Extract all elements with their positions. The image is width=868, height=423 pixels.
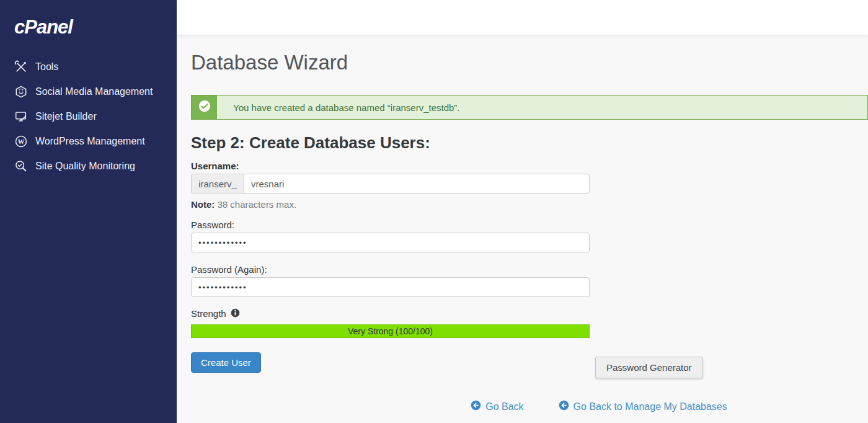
password-again-label: Password (Again): (191, 263, 590, 277)
username-label: Username: (191, 159, 590, 173)
content-area: Database Wizard You have created a datab… (177, 35, 868, 423)
username-input[interactable] (244, 174, 590, 194)
go-back-manage-databases-link[interactable]: Go Back to Manage My Databases (559, 400, 727, 413)
username-input-group: iranserv_ (191, 174, 590, 194)
sidebar-item-site-quality-monitoring[interactable]: Site Quality Monitoring (0, 154, 177, 179)
footer-links: Go Back Go Back to Manage My Databases (260, 400, 868, 413)
create-user-form: Username: iranserv_ Note: 38 characters … (191, 159, 590, 373)
sidebar-item-label: Tools (35, 60, 58, 74)
tools-icon (14, 60, 28, 74)
sidebar-item-label: Sitejet Builder (35, 109, 97, 124)
create-user-button[interactable]: Create User (191, 352, 261, 373)
arrow-circle-left-icon (559, 400, 569, 413)
sidebar-item-label: Social Media Management (35, 84, 153, 99)
wordpress-icon: W (14, 135, 28, 148)
strength-bar-text: Very Strong (100/100) (348, 326, 433, 336)
check-circle-icon (198, 99, 211, 115)
info-icon[interactable] (231, 308, 240, 320)
sidebar-item-tools[interactable]: Tools (0, 55, 177, 79)
step-heading: Step 2: Create Database Users: (191, 131, 868, 154)
password-strength-bar: Very Strong (100/100) (191, 324, 590, 338)
go-back-label: Go Back (485, 401, 523, 412)
go-back-link[interactable]: Go Back (471, 400, 523, 413)
top-bar (177, 0, 868, 35)
arrow-circle-left-icon (471, 400, 481, 413)
svg-text:W: W (18, 138, 25, 145)
note-label: Note: (191, 199, 215, 210)
sitejet-builder-icon (14, 110, 28, 123)
sidebar-item-social-media-management[interactable]: Social Media Management (0, 79, 177, 104)
sidebar-item-wordpress-management[interactable]: W WordPress Management (0, 129, 177, 154)
main-area: Database Wizard You have created a datab… (177, 0, 868, 423)
sidebar: cPanel Tools (0, 0, 177, 423)
note-text: 38 characters max. (215, 199, 296, 210)
page-title: Database Wizard (191, 35, 868, 77)
strength-label: Strength (191, 307, 226, 321)
go-back-manage-databases-label: Go Back to Manage My Databases (574, 401, 727, 412)
success-icon-block (192, 96, 217, 119)
password-again-input[interactable] (191, 277, 590, 297)
strength-label-row: Strength (191, 307, 590, 321)
social-media-icon (14, 85, 28, 99)
username-prefix: iranserv_ (191, 174, 244, 194)
password-label: Password: (191, 218, 590, 232)
sidebar-item-label: WordPress Management (35, 134, 145, 149)
password-generator-button[interactable]: Password Generator (595, 357, 703, 378)
success-alert: You have created a database named “irans… (191, 95, 868, 120)
password-input[interactable] (191, 233, 590, 252)
cpanel-logo[interactable]: cPanel (14, 16, 177, 38)
sidebar-nav: Tools Social Media Management (0, 55, 177, 179)
sidebar-item-label: Site Quality Monitoring (35, 159, 135, 174)
sidebar-item-sitejet-builder[interactable]: Sitejet Builder (0, 104, 177, 129)
username-note: Note: 38 characters max. (191, 198, 590, 211)
success-message: You have created a database named “irans… (217, 102, 460, 113)
site-quality-icon (14, 159, 28, 173)
